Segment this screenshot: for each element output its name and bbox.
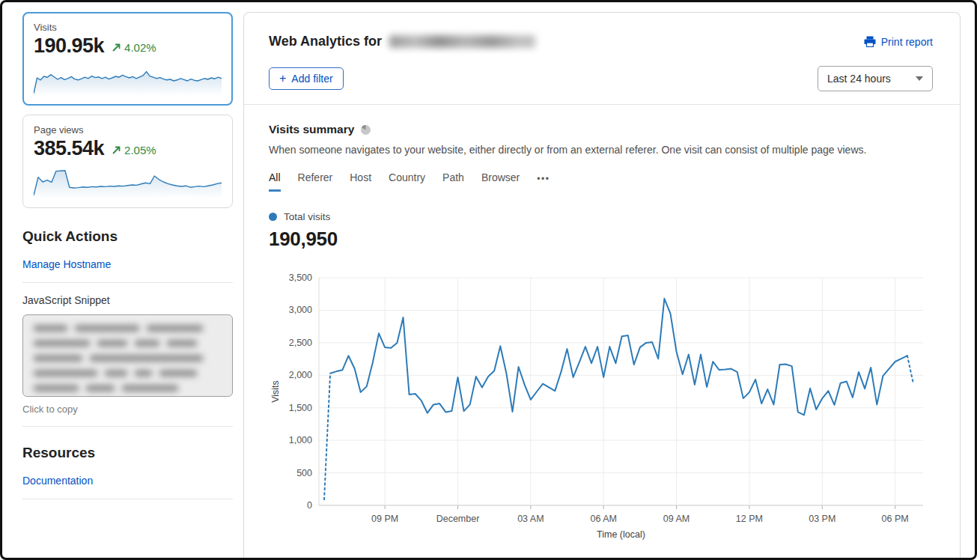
svg-text:03 AM: 03 AM xyxy=(517,514,544,524)
resources-title: Resources xyxy=(22,445,233,461)
tab-referer[interactable]: Referer xyxy=(298,171,333,192)
visits-metric-card[interactable]: Visits 190.95k 4.02% xyxy=(22,12,233,106)
svg-text:03 PM: 03 PM xyxy=(809,514,836,524)
page-title: Web Analytics for xyxy=(269,34,382,49)
svg-text:3,000: 3,000 xyxy=(289,305,312,315)
tab-path[interactable]: Path xyxy=(442,171,464,192)
pageviews-card-value: 385.54k xyxy=(34,137,104,160)
sidebar: Visits 190.95k 4.02% Page views 385.54k xyxy=(2,2,243,558)
help-icon[interactable] xyxy=(360,124,371,136)
pageviews-sparkline xyxy=(34,162,222,198)
visits-summary-title: Visits summary xyxy=(269,123,354,136)
visits-sparkline xyxy=(34,60,222,96)
svg-text:06 PM: 06 PM xyxy=(882,514,909,524)
tab-browser[interactable]: Browser xyxy=(481,171,520,192)
tab-all[interactable]: All xyxy=(269,171,281,192)
documentation-link[interactable]: Documentation xyxy=(22,475,93,487)
svg-text:09 AM: 09 AM xyxy=(663,514,690,524)
trend-up-icon xyxy=(112,43,121,52)
divider xyxy=(22,499,233,499)
legend-dot-icon xyxy=(269,213,277,221)
divider xyxy=(22,426,233,427)
divider xyxy=(22,282,233,283)
plus-icon: + xyxy=(279,75,286,82)
total-visits-legend[interactable]: Total visits xyxy=(269,211,933,222)
add-filter-button[interactable]: + Add filter xyxy=(269,67,344,90)
click-to-copy-hint: Click to copy xyxy=(22,404,233,415)
svg-text:1,500: 1,500 xyxy=(289,403,312,413)
chevron-down-icon xyxy=(916,76,923,81)
printer-icon xyxy=(864,36,876,47)
total-visits-value: 190,950 xyxy=(269,228,933,251)
manage-hostname-link[interactable]: Manage Hostname xyxy=(22,258,111,270)
svg-text:09 PM: 09 PM xyxy=(371,514,398,524)
svg-text:Visits: Visits xyxy=(270,380,281,403)
javascript-snippet-label: JavaScript Snippet xyxy=(22,294,233,306)
visits-card-delta: 4.02% xyxy=(112,41,156,54)
quick-actions-title: Quick Actions xyxy=(22,228,233,245)
svg-text:3,500: 3,500 xyxy=(289,273,312,283)
visits-card-label: Visits xyxy=(34,22,222,33)
svg-text:2,000: 2,000 xyxy=(289,370,312,380)
more-tabs-button[interactable]: ••• xyxy=(537,174,550,192)
visits-chart-container: 05001,0001,5002,0002,5003,0003,50009 PMD… xyxy=(269,267,933,543)
visits-summary-description: When someone navigates to your website, … xyxy=(269,144,933,156)
svg-text:12 PM: 12 PM xyxy=(736,514,763,524)
svg-text:0: 0 xyxy=(307,500,312,511)
visits-card-value: 190.95k xyxy=(34,34,104,58)
svg-text:Time (local): Time (local) xyxy=(597,529,645,540)
pageviews-card-delta: 2.05% xyxy=(112,144,156,156)
pageviews-card-label: Page views xyxy=(34,124,222,136)
divider xyxy=(244,104,960,105)
javascript-snippet-box[interactable] xyxy=(22,314,233,397)
summary-tabs: All Referer Host Country Path Browser ••… xyxy=(269,171,933,192)
app-window: Visits 190.95k 4.02% Page views 385.54k xyxy=(0,0,977,560)
pageviews-metric-card[interactable]: Page views 385.54k 2.05% xyxy=(22,115,233,208)
print-report-link[interactable]: Print report xyxy=(864,36,933,48)
svg-text:December: December xyxy=(436,514,480,524)
tab-country[interactable]: Country xyxy=(389,171,425,192)
site-domain-redacted xyxy=(389,35,535,48)
svg-text:1,000: 1,000 xyxy=(289,435,312,445)
tab-host[interactable]: Host xyxy=(350,171,371,192)
time-range-select[interactable]: Last 24 hours xyxy=(818,66,933,91)
svg-text:2,500: 2,500 xyxy=(289,338,312,348)
trend-up-icon xyxy=(112,145,121,155)
svg-text:500: 500 xyxy=(296,468,312,478)
main-panel: Web Analytics for Print report + Add fil… xyxy=(243,12,961,558)
visits-chart[interactable]: 05001,0001,5002,0002,5003,0003,50009 PMD… xyxy=(269,267,933,543)
svg-text:06 AM: 06 AM xyxy=(590,514,616,524)
